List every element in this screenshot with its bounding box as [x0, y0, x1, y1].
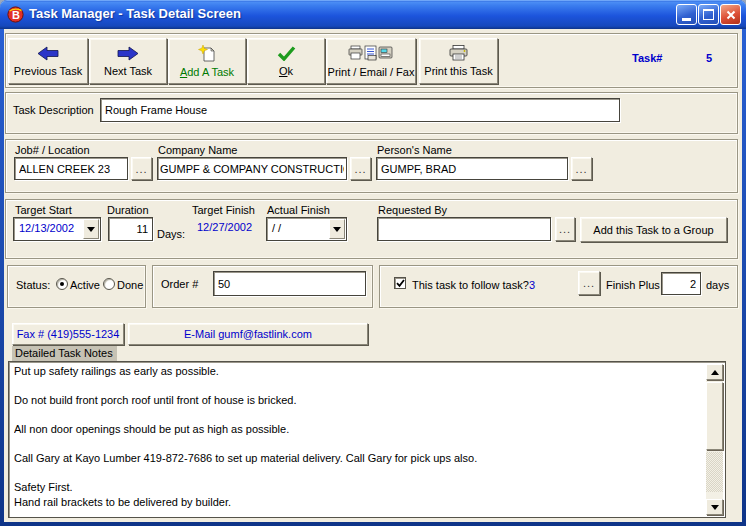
window-title: Task Manager - Task Detail Screen [29, 6, 241, 21]
person-name-input[interactable] [376, 157, 568, 180]
next-task-button[interactable]: Next Task [89, 38, 167, 84]
scroll-down-button[interactable] [706, 499, 723, 515]
status-active-radio[interactable] [56, 278, 68, 290]
finish-plus-days-label: days [706, 279, 729, 291]
chevron-down-icon [87, 227, 95, 232]
target-start-dropdown-button[interactable] [83, 219, 99, 239]
ok-check-icon [277, 46, 296, 63]
target-start-value: 12/13/2002 [19, 222, 74, 234]
requested-by-input[interactable] [377, 217, 551, 241]
notes-scrollbar[interactable] [706, 364, 723, 515]
arrow-left-icon [37, 46, 59, 63]
chevron-down-icon [333, 227, 341, 232]
job-location-label: Job# / Location [15, 144, 90, 156]
follow-task-label: This task to follow task? [412, 279, 529, 291]
detailed-notes-label: Detailed Task Notes [12, 346, 117, 361]
job-location-browse-button[interactable]: ... [131, 157, 152, 180]
actual-finish-value: / / [272, 222, 281, 234]
follow-task-browse-button[interactable]: ... [578, 271, 600, 295]
company-name-browse-button[interactable]: ... [350, 157, 371, 180]
new-task-icon [198, 45, 216, 64]
task-description-label: Task Description [13, 104, 94, 116]
duration-input[interactable] [108, 217, 153, 241]
close-button[interactable] [720, 4, 741, 25]
arrow-up-icon [711, 370, 719, 375]
detailed-notes-text[interactable]: Put up safety railings as early as possi… [14, 364, 703, 515]
print-email-fax-icon [348, 45, 394, 64]
arrow-right-icon [117, 46, 139, 63]
order-label: Order # [161, 278, 198, 290]
requested-by-label: Requested By [378, 204, 447, 216]
email-button[interactable]: E-Mail gumf@fastlink.com [128, 323, 368, 345]
person-name-browse-button[interactable]: ... [571, 157, 592, 180]
status-done-label: Done [117, 279, 143, 291]
task-number-value: 5 [706, 52, 712, 64]
fax-button[interactable]: Fax # (419)555-1234 [12, 323, 124, 345]
scrollbar-thumb[interactable] [706, 382, 723, 450]
arrow-down-icon [711, 505, 719, 510]
print-email-fax-label: Print / Email / Fax [328, 67, 415, 78]
add-task-label: Add A Task [180, 67, 234, 78]
check-icon [396, 279, 405, 288]
task-number-label: Task# [632, 52, 662, 64]
target-finish-value: 12/27/2002 [197, 221, 252, 233]
target-start-label: Target Start [15, 204, 72, 216]
days-suffix-label: Days: [157, 228, 185, 240]
vb-app-icon: B [7, 6, 24, 23]
previous-task-label: Previous Task [14, 66, 82, 77]
order-input[interactable] [213, 271, 366, 296]
printer-icon [449, 45, 468, 63]
scroll-up-button[interactable] [706, 364, 723, 380]
maximize-icon [703, 9, 714, 20]
add-task-button[interactable]: Add A Task [168, 38, 246, 84]
status-done-radio[interactable] [103, 278, 115, 290]
scrollbar-track[interactable] [706, 452, 723, 492]
add-to-group-button[interactable]: Add this Task to a Group [580, 217, 727, 242]
previous-task-button[interactable]: Previous Task [8, 38, 88, 84]
job-location-input[interactable] [14, 157, 128, 180]
actual-finish-label: Actual Finish [267, 204, 330, 216]
print-email-fax-button[interactable]: Print / Email / Fax [326, 38, 416, 84]
target-start-combo[interactable]: 12/13/2002 [13, 217, 101, 241]
company-name-input[interactable] [157, 157, 347, 180]
minimize-button[interactable] [676, 4, 697, 25]
person-name-label: Person's Name [377, 144, 452, 156]
follow-task-checkbox[interactable] [394, 277, 406, 289]
duration-label: Duration [107, 204, 149, 216]
status-active-label: Active [70, 279, 100, 291]
app-window: B Task Manager - Task Detail Screen Prev… [0, 0, 746, 526]
close-icon [726, 10, 736, 20]
target-finish-label: Target Finish [192, 204, 255, 216]
detailed-notes-box: Put up safety railings as early as possi… [8, 361, 726, 518]
company-name-label: Company Name [158, 144, 237, 156]
titlebar[interactable]: B Task Manager - Task Detail Screen [0, 0, 746, 29]
status-label: Status: [16, 279, 50, 291]
task-description-input[interactable] [100, 98, 620, 122]
minimize-icon [682, 18, 691, 21]
requested-by-browse-button[interactable]: ... [555, 217, 575, 241]
maximize-button[interactable] [698, 4, 719, 25]
print-task-label: Print this Task [424, 66, 492, 77]
actual-finish-combo[interactable]: / / [266, 217, 347, 241]
finish-plus-label: Finish Plus [606, 279, 660, 291]
next-task-label: Next Task [104, 66, 152, 77]
ok-label: Ok [279, 66, 293, 77]
finish-plus-input[interactable] [661, 272, 701, 295]
follow-task-ref-value: 3 [529, 279, 535, 291]
actual-finish-dropdown-button[interactable] [329, 219, 345, 239]
svg-text:B: B [12, 9, 20, 21]
ok-button[interactable]: Ok [247, 38, 325, 84]
print-task-button[interactable]: Print this Task [419, 38, 498, 84]
